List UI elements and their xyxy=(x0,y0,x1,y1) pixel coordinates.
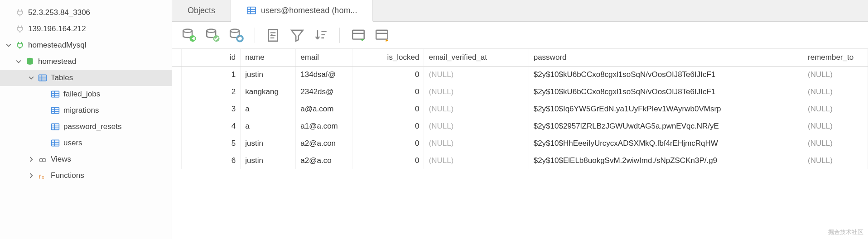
column-header[interactable]: id xyxy=(182,49,241,66)
cell[interactable]: (NULL) xyxy=(424,83,529,100)
tab-objects[interactable]: Objects xyxy=(172,0,231,21)
cell[interactable]: (NULL) xyxy=(424,135,529,152)
export-icon[interactable] xyxy=(374,28,390,43)
table-row[interactable]: 2kangkang2342ds@0(NULL)$2y$10$kU6bCCxo8c… xyxy=(172,83,868,100)
column-header[interactable]: email xyxy=(296,49,352,66)
svg-point-31 xyxy=(207,29,216,32)
spacer xyxy=(5,10,12,16)
group-views-label: Views xyxy=(51,155,71,164)
cell[interactable]: 0 xyxy=(352,83,424,100)
chevron-down-icon[interactable] xyxy=(28,75,34,81)
column-header[interactable]: name xyxy=(241,49,296,66)
cell[interactable]: 0 xyxy=(352,118,424,135)
data-grid[interactable]: idnameemailis_lockedemail_verified_atpas… xyxy=(172,49,868,239)
cell[interactable]: 3 xyxy=(182,100,241,118)
cell[interactable]: (NULL) xyxy=(424,118,529,135)
tab-current-table[interactable]: users@homestead (hom... xyxy=(231,0,373,22)
cell[interactable]: 0 xyxy=(352,135,424,152)
tree-table[interactable]: password_resets xyxy=(0,119,172,135)
cell[interactable]: (NULL) xyxy=(424,100,529,118)
cell[interactable]: (NULL) xyxy=(424,152,529,169)
commit-icon[interactable] xyxy=(205,28,220,43)
column-resize-handle[interactable] xyxy=(801,49,803,66)
cell[interactable]: 2 xyxy=(182,83,241,100)
table-row[interactable]: 1justin134dsaf@0(NULL)$2y$10$kU6bCCxo8cg… xyxy=(172,66,868,83)
tree-table[interactable]: users xyxy=(0,135,172,151)
cell[interactable]: 4 xyxy=(182,118,241,135)
cell[interactable]: $2y$10$kU6bCCxo8cgxl1soSqN/vOosOIJ8Te6IJ… xyxy=(529,66,803,83)
cell[interactable]: $2y$10$kU6bCCxo8cgxl1soSqN/vOosOIJ8Te6IJ… xyxy=(529,83,803,100)
chevron-down-icon[interactable] xyxy=(15,58,22,65)
rollback-icon[interactable] xyxy=(228,28,244,43)
column-resize-handle[interactable] xyxy=(350,49,352,66)
svg-point-29 xyxy=(183,29,192,32)
chevron-right-icon[interactable] xyxy=(28,172,34,179)
cell[interactable]: a2@a.con xyxy=(296,135,352,152)
cell[interactable]: justin xyxy=(241,66,296,83)
filter-icon[interactable] xyxy=(289,28,305,43)
cell[interactable]: 0 xyxy=(352,66,424,83)
main-area: Objects users@homestead (hom... xyxy=(172,0,868,239)
cell[interactable]: (NULL) xyxy=(803,100,868,118)
column-resize-handle[interactable] xyxy=(238,49,240,66)
cell[interactable]: $2y$10$Iq6YW5GrEdN.ya1UyFkPIev1WAyrwb0VM… xyxy=(529,100,803,118)
cell[interactable]: 5 xyxy=(182,135,241,152)
cell[interactable]: 0 xyxy=(352,100,424,118)
cell[interactable]: (NULL) xyxy=(803,83,868,100)
column-header[interactable]: is_locked xyxy=(352,49,424,66)
column-resize-handle[interactable] xyxy=(527,49,529,66)
column-header[interactable]: email_verified_at xyxy=(424,49,529,66)
cell[interactable]: $2y$10$2957lZRLBzJGWUwdtAG5a.pwnEVqc.NR/… xyxy=(529,118,803,135)
column-resize-handle[interactable] xyxy=(866,49,868,66)
chevron-right-icon[interactable] xyxy=(28,156,34,163)
table-icon xyxy=(51,122,60,131)
tree-connection[interactable]: 139.196.164.212 xyxy=(0,21,172,37)
cell[interactable]: $2y$10$ElELb8uokgSvM.2wiwImd./sNpZSCKn3P… xyxy=(529,152,803,169)
tree-table[interactable]: migrations xyxy=(0,102,172,119)
table-row[interactable]: 6justina2@a.co0(NULL)$2y$10$ElELb8uokgSv… xyxy=(172,152,868,169)
chevron-down-icon[interactable] xyxy=(5,42,12,48)
cell[interactable]: a xyxy=(241,118,296,135)
cell[interactable]: justin xyxy=(241,152,296,169)
cell[interactable]: 6 xyxy=(182,152,241,169)
import-icon[interactable] xyxy=(351,28,366,43)
cell[interactable]: a xyxy=(241,100,296,118)
cell[interactable]: (NULL) xyxy=(803,152,868,169)
tree-connection[interactable]: homesteadMysql xyxy=(0,37,172,53)
cell[interactable]: (NULL) xyxy=(803,118,868,135)
cell[interactable]: a1@a.com xyxy=(296,118,352,135)
tree-group-functions[interactable]: fx Functions xyxy=(0,167,172,184)
svg-rect-5 xyxy=(52,91,59,97)
tree-group-views[interactable]: Views xyxy=(0,151,172,167)
table-row[interactable]: 3aa@a.com0(NULL)$2y$10$Iq6YW5GrEdN.ya1Uy… xyxy=(172,100,868,118)
table-icon xyxy=(38,73,47,82)
cell[interactable]: 0 xyxy=(352,152,424,169)
tree-group-tables[interactable]: Tables xyxy=(0,70,172,86)
cell[interactable]: (NULL) xyxy=(803,135,868,152)
cell[interactable]: 2342ds@ xyxy=(296,83,352,100)
column-header[interactable]: password xyxy=(529,49,803,66)
table-row[interactable]: 5justina2@a.con0(NULL)$2y$10$HhEeeiIyUrc… xyxy=(172,135,868,152)
group-functions-label: Functions xyxy=(51,171,84,180)
cell[interactable]: $2y$10$HhEeeiIyUrcycxADSXMkQ.fbf4rEHjmcR… xyxy=(529,135,803,152)
begin-transaction-icon[interactable] xyxy=(181,28,197,43)
cell[interactable]: justin xyxy=(241,135,296,152)
tree-connection[interactable]: 52.3.253.84_3306 xyxy=(0,5,172,21)
column-resize-handle[interactable] xyxy=(422,49,424,66)
cell[interactable]: a2@a.co xyxy=(296,152,352,169)
cell[interactable]: a@a.com xyxy=(296,100,352,118)
sort-icon[interactable] xyxy=(313,28,328,43)
table-row[interactable]: 4aa1@a.com0(NULL)$2y$10$2957lZRLBzJGWUwd… xyxy=(172,118,868,135)
column-header[interactable]: remember_to xyxy=(803,49,868,66)
separator xyxy=(339,28,340,43)
text-mode-icon[interactable] xyxy=(266,28,281,43)
cell[interactable]: 1 xyxy=(182,66,241,83)
tree-database[interactable]: homestead xyxy=(0,53,172,70)
separator xyxy=(255,28,255,43)
cell[interactable]: 134dsaf@ xyxy=(296,66,352,83)
column-resize-handle[interactable] xyxy=(294,49,295,66)
cell[interactable]: kangkang xyxy=(241,83,296,100)
cell[interactable]: (NULL) xyxy=(424,66,529,83)
cell[interactable]: (NULL) xyxy=(803,66,868,83)
tree-table[interactable]: failed_jobs xyxy=(0,86,172,102)
